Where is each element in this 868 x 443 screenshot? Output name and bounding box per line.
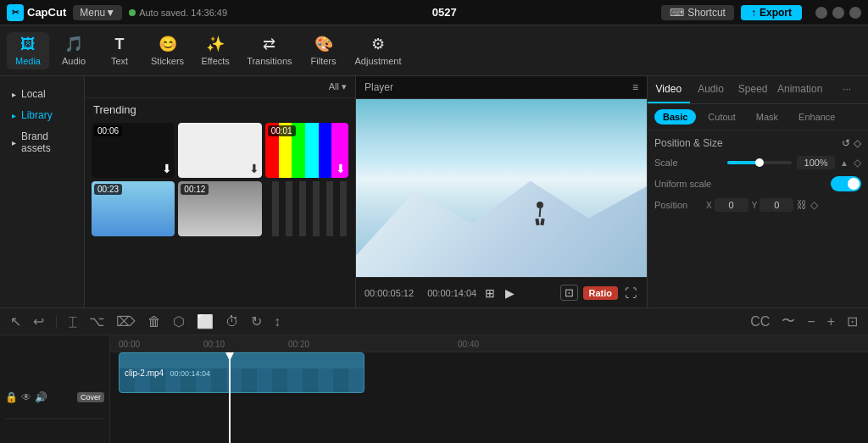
ratio-button[interactable]: Ratio <box>583 286 619 300</box>
media-item-5[interactable]: 00:12 <box>178 181 261 236</box>
fit-button[interactable]: ⊡ <box>560 285 578 301</box>
media-item-3[interactable]: 00:01 ⬇ <box>265 123 348 178</box>
close-button[interactable] <box>849 7 861 19</box>
split-v-button[interactable]: ⬜ <box>193 312 217 331</box>
media-item-2[interactable]: ⬇ <box>178 123 261 178</box>
media-panel: All ▾ Trending 00:06 ⬇ ⬇ 00:01 ⬇ 00:23 <box>85 76 356 307</box>
trim-right-button[interactable]: ⌦ <box>113 312 139 331</box>
ruler-mark-40: 00:40 <box>458 335 479 352</box>
tool-transitions[interactable]: ⇄ Transitions <box>240 31 298 69</box>
media-item-1[interactable]: 00:06 ⬇ <box>92 123 175 178</box>
tab-audio[interactable]: Audio <box>690 76 732 103</box>
tool-media[interactable]: 🖼 Media <box>7 32 49 69</box>
audio-icon: 🎵 <box>64 35 83 53</box>
cursor-tool-button[interactable]: ↖ <box>7 312 25 331</box>
timeline-right-controls: CC 〜 − + ⊡ <box>747 311 861 332</box>
shield-button[interactable]: ⬡ <box>170 312 188 331</box>
reset-position-icon[interactable]: ↺ <box>842 137 850 149</box>
tool-audio[interactable]: 🎵 Audio <box>53 31 95 69</box>
app-name: CapCut <box>27 6 66 19</box>
player-menu-icon[interactable]: ≡ <box>632 81 638 93</box>
scale-stepper-up[interactable]: ▲ <box>840 158 849 168</box>
y-label: Y <box>752 201 758 210</box>
tool-filters[interactable]: 🎨 Filters <box>303 31 345 69</box>
sidebar-item-brand[interactable]: ▸ Brand assets <box>3 126 81 158</box>
clip-duration: 00:00:14:04 <box>170 369 210 378</box>
captions-button[interactable]: CC <box>747 313 773 331</box>
split-button[interactable]: ⌶ <box>65 313 81 331</box>
x-input[interactable] <box>715 198 748 212</box>
top-bar-left: ✂ CapCut Menu▼ Auto saved. 14:36:49 <box>7 4 227 21</box>
plus-zoom-button[interactable]: + <box>824 313 838 331</box>
position-size-label: Position & Size <box>654 137 723 149</box>
sidebar-item-library[interactable]: ▸ Library <box>3 105 81 125</box>
left-sidebar: ▸ Local ▸ Library ▸ Brand assets <box>0 76 85 307</box>
clip-info: clip-2.mp4 00:00:14:04 <box>125 367 210 379</box>
audio-label: Audio <box>62 56 86 66</box>
scale-slider[interactable] <box>727 161 792 164</box>
media-item-4[interactable]: 00:23 <box>92 181 175 236</box>
autosave-text: Auto saved. 14:36:49 <box>139 8 227 18</box>
fullscreen-button[interactable]: ⛶ <box>623 285 638 302</box>
diamond-icon[interactable]: ◇ <box>854 137 861 149</box>
playhead[interactable] <box>229 352 231 443</box>
brand-arrow-icon: ▸ <box>12 138 16 147</box>
shortcut-button[interactable]: ⌨ Shortcut <box>661 5 734 20</box>
tab-animation[interactable]: Animation <box>774 76 826 103</box>
tab-speed[interactable]: Speed <box>732 76 774 103</box>
sub-tab-basic[interactable]: Basic <box>654 109 696 125</box>
sidebar-item-local[interactable]: ▸ Local <box>3 84 81 104</box>
speed-button[interactable]: ⏱ <box>222 313 242 331</box>
menu-button[interactable]: Menu▼ <box>73 5 122 20</box>
rotate-button[interactable]: ↻ <box>248 312 265 331</box>
scale-slider-thumb[interactable] <box>755 158 764 167</box>
lock-icon[interactable]: 🔒 <box>5 391 18 403</box>
trim-left-button[interactable]: ⌥ <box>86 312 108 331</box>
tool-text[interactable]: T Text <box>98 32 141 69</box>
mountain-overlay <box>356 170 647 277</box>
export-button[interactable]: ↑ Export <box>741 5 802 20</box>
transitions-label: Transitions <box>247 56 292 66</box>
tab-more[interactable]: ··· <box>826 76 868 103</box>
video-clip[interactable]: clip-2.mp4 00:00:14:04 <box>119 352 364 393</box>
y-input[interactable] <box>760 198 793 212</box>
tool-effects[interactable]: ✨ Effects <box>194 31 236 69</box>
flip-button[interactable]: ↕ <box>270 313 284 331</box>
text-icon: T <box>115 36 125 53</box>
sub-tab-cutout[interactable]: Cutout <box>699 109 743 125</box>
volume-icon[interactable]: 🔊 <box>35 391 47 403</box>
tab-video[interactable]: Video <box>648 76 690 103</box>
position-link-icon[interactable]: ⛓ <box>797 199 807 211</box>
minimize-button[interactable] <box>815 7 827 19</box>
all-button[interactable]: All ▾ <box>329 81 347 92</box>
fit-timeline-button[interactable]: ⊡ <box>843 312 861 331</box>
sub-tab-enhance[interactable]: Enhance <box>790 109 843 125</box>
media-download-2[interactable]: ⬇ <box>249 162 259 175</box>
delete-button[interactable]: 🗑 <box>144 313 164 331</box>
undo-button[interactable]: ↩ <box>30 312 47 331</box>
minus-zoom-button[interactable]: − <box>804 313 818 331</box>
keyboard-icon: ⌨ <box>670 7 684 19</box>
media-duration-4: 00:23 <box>94 184 122 195</box>
audio-wave-button[interactable]: 〜 <box>778 311 798 332</box>
media-download-1[interactable]: ⬇ <box>162 162 172 175</box>
play-button[interactable]: ▶ <box>504 285 516 302</box>
grid-view-button[interactable]: ⊞ <box>483 285 497 302</box>
position-input-group: X Y ⛓ ◇ <box>706 198 818 212</box>
eye-icon[interactable]: 👁 <box>21 391 31 403</box>
ruler-mark-0: 00:00 <box>119 335 140 352</box>
media-item-6[interactable] <box>265 181 348 236</box>
scale-diamond-icon[interactable]: ◇ <box>854 157 861 169</box>
tool-adjustment[interactable]: ⚙ Adjustment <box>348 31 409 69</box>
maximize-button[interactable] <box>832 7 844 19</box>
media-duration-3: 00:01 <box>268 125 296 136</box>
sub-tab-mask[interactable]: Mask <box>748 109 787 125</box>
media-thumb-6 <box>265 181 348 236</box>
timeline: ↖ ↩ ⌶ ⌥ ⌦ 🗑 ⬡ ⬜ ⏱ ↻ ↕ CC 〜 − + ⊡ 🔒 👁 🔊 <box>0 307 868 443</box>
position-diamond-icon[interactable]: ◇ <box>810 199 818 211</box>
export-label: Export <box>760 7 792 19</box>
media-download-3[interactable]: ⬇ <box>336 162 346 175</box>
upload-icon: ↑ <box>751 7 756 19</box>
tool-stickers[interactable]: 😊 Stickers <box>144 31 191 69</box>
uniform-scale-toggle[interactable] <box>831 176 861 191</box>
